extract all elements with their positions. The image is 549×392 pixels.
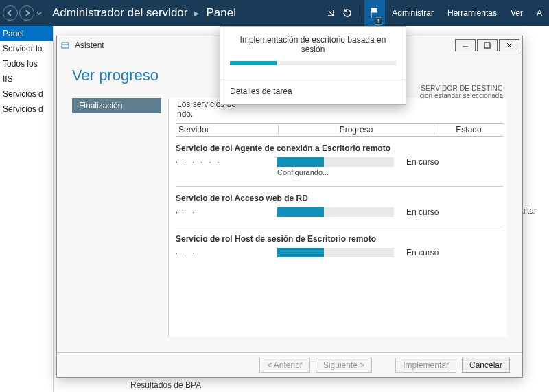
sidebar-item-all-servers[interactable]: Todos los <box>0 56 53 71</box>
service-progress-bar <box>277 248 394 257</box>
wizard-steps: Finalización <box>72 98 161 337</box>
task-toast: Implementación de escritorio basada en s… <box>220 26 406 105</box>
sidebar-item-local-server[interactable]: Servidor lo <box>0 41 53 56</box>
notifications-count-badge: 1 <box>375 17 382 25</box>
service-status: En curso <box>406 207 439 217</box>
sidebar-item-panel[interactable]: Panel <box>0 26 53 41</box>
nav-forward-button[interactable] <box>19 5 34 21</box>
separator <box>360 5 360 21</box>
nav-back-button[interactable] <box>3 5 18 21</box>
service-row: Servicio de rol Acceso web de RD · · · E… <box>176 194 503 217</box>
breadcrumb: Administrador del servidor ▸ Panel <box>52 6 236 20</box>
target-server-box: SERVIDOR DE DESTINO ición estándar selec… <box>419 84 503 100</box>
service-server: · · · · · · <box>176 158 272 166</box>
svg-rect-1 <box>484 43 490 48</box>
maximize-button[interactable] <box>477 39 498 51</box>
service-title: Servicio de rol Agente de conexión a Esc… <box>176 143 503 153</box>
service-progress-bar <box>277 157 394 167</box>
top-header: Administrador del servidor ▸ Panel 1 Adm… <box>0 0 549 26</box>
progress-table-header: Servidor Progreso Estado <box>176 123 503 137</box>
top-right-group: 1 Administrar Herramientas Ver A <box>327 0 549 26</box>
service-title: Servicio de rol Acceso web de RD <box>176 194 503 203</box>
wizard-footer: < Anterior Siguiente > Implementar Cance… <box>57 352 522 377</box>
prev-button[interactable]: < Anterior <box>259 358 310 373</box>
toast-title: Implementación de escritorio basada en s… <box>230 35 396 54</box>
toast-detail-link[interactable]: Detalles de tarea <box>220 78 406 104</box>
wizard-title: Asistent <box>75 41 104 50</box>
breadcrumb-page: Panel <box>206 6 235 20</box>
col-servidor: Servidor <box>176 125 279 135</box>
menu-ver[interactable]: Ver <box>504 0 530 26</box>
next-button[interactable]: Siguiente > <box>316 358 372 373</box>
service-status: En curso <box>406 248 439 257</box>
toast-progress-bar <box>230 61 396 65</box>
service-title: Servicio de rol Host de sesión de Escrit… <box>176 234 503 244</box>
left-nav: Panel Servidor lo Todos los IIS Servicio… <box>0 26 54 392</box>
service-server: · · · <box>176 249 272 257</box>
notifications-flag-button[interactable]: 1 <box>364 0 385 26</box>
divider <box>176 186 503 187</box>
target-server-label: SERVIDOR DE DESTINO <box>419 84 503 92</box>
menu-ayuda[interactable]: A <box>530 0 549 26</box>
col-estado: Estado <box>434 125 503 135</box>
sidebar-item-iis[interactable]: IIS <box>0 71 53 87</box>
service-server: · · · <box>176 208 272 216</box>
refresh-icon[interactable] <box>339 5 355 21</box>
breadcrumb-sep-icon: ▸ <box>194 8 199 19</box>
bpa-results-label: Resultados de BPA <box>130 380 201 390</box>
breadcrumb-chevron-icon[interactable] <box>327 8 336 18</box>
menu-herramientas[interactable]: Herramientas <box>441 0 504 26</box>
svg-rect-0 <box>62 43 69 48</box>
wizard-app-icon <box>60 40 71 51</box>
nav-arrows <box>3 5 43 21</box>
nav-dropdown-icon[interactable] <box>36 5 43 21</box>
service-row: Servicio de rol Agente de conexión a Esc… <box>176 143 503 176</box>
sidebar-item-services-2[interactable]: Servicios d <box>0 102 53 117</box>
wizard-content: Los servicios de xxxxxxxxxxxxxxxxxxxxxxx… <box>168 98 507 337</box>
service-progress-bar <box>277 207 394 217</box>
service-substatus: Configurando... <box>277 168 503 176</box>
breadcrumb-app: Administrador del servidor <box>52 6 187 20</box>
deploy-button[interactable]: Implementar <box>395 358 456 373</box>
sidebar-item-services-1[interactable]: Servicios d <box>0 87 53 102</box>
service-row: Servicio de rol Host de sesión de Escrit… <box>176 234 503 257</box>
divider <box>176 227 503 227</box>
menu-administrar[interactable]: Administrar <box>385 0 441 26</box>
wizard-step-finalizacion[interactable]: Finalización <box>72 98 161 113</box>
col-progreso: Progreso <box>279 125 434 135</box>
close-button[interactable] <box>499 39 519 51</box>
service-status: En curso <box>406 157 439 167</box>
minimize-button[interactable] <box>455 39 476 51</box>
cancel-button[interactable]: Cancelar <box>462 358 510 373</box>
